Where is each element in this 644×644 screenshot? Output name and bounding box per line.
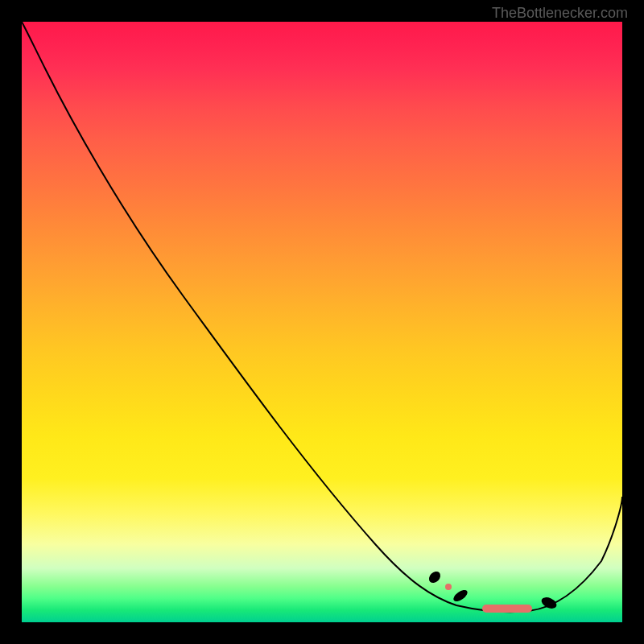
attribution-text: TheBottlenecker.com	[492, 5, 628, 22]
bottleneck-curve	[22, 22, 622, 612]
curve-marker-bar	[482, 605, 532, 613]
curve-marker	[452, 588, 469, 604]
curve-marker	[445, 584, 452, 590]
curve-svg	[22, 22, 622, 622]
curve-marker	[427, 569, 443, 585]
chart-container	[22, 22, 622, 622]
